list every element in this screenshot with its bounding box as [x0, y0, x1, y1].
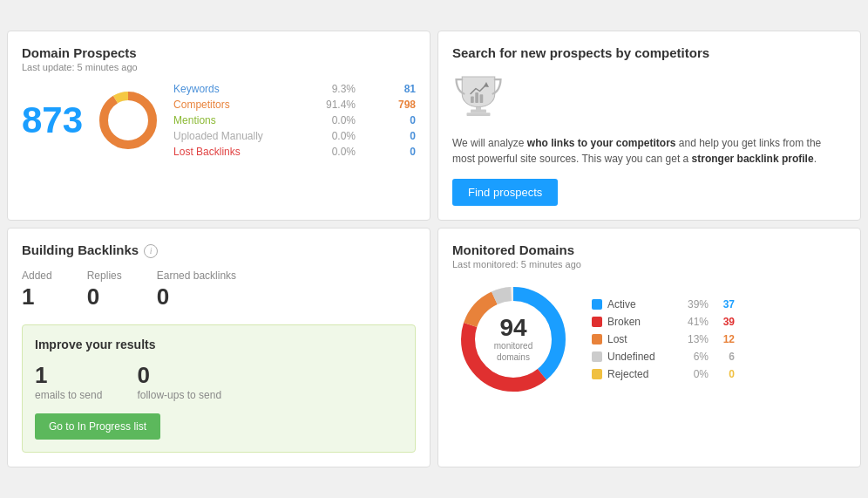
- improve-emails-value: 1: [35, 362, 102, 389]
- legend-count-undefined: 6: [714, 351, 735, 363]
- legend-pct-lost: 13%: [674, 333, 709, 345]
- stat-replies: Replies 0: [87, 269, 122, 310]
- search-prospects-desc: We will analyze who links to your compet…: [452, 135, 846, 167]
- monitored-donut: 94 monitoreddomains: [452, 278, 574, 400]
- search-prospects-card: Search for new prospects by competitors …: [437, 31, 861, 221]
- domain-prospects-subtitle: Last update: 5 minutes ago: [22, 62, 416, 72]
- legend-row-broken: Broken 41% 39: [592, 313, 735, 331]
- legend-label-broken: Broken: [607, 316, 668, 328]
- legend-pct-undefined: 6%: [674, 351, 709, 363]
- legend-row-lost: Lost 13% 12: [592, 331, 735, 348]
- stat-earned: Earned backlinks 0: [157, 269, 236, 310]
- legend-dot-broken: [592, 317, 602, 327]
- prospects-table: Keywords 9.3% 81 Competitors 91.4% 798 M…: [173, 81, 416, 160]
- legend-label-undefined: Undefined: [607, 351, 668, 363]
- domain-prospects-donut: [97, 89, 159, 152]
- table-row: Lost Backlinks 0.0% 0: [173, 144, 416, 160]
- legend-label-active: Active: [607, 298, 668, 310]
- monitored-center-number: 94: [494, 316, 532, 340]
- table-row: Competitors 91.4% 798: [173, 97, 416, 113]
- row-pct-uploaded: 0.0%: [312, 130, 356, 142]
- improve-followups: 0 follow-ups to send: [137, 362, 221, 401]
- svg-rect-4: [467, 113, 491, 116]
- legend-pct-rejected: 0%: [674, 368, 709, 380]
- domain-prospects-card: Domain Prospects Last update: 5 minutes …: [7, 31, 431, 221]
- row-pct-keywords: 9.3%: [312, 83, 356, 95]
- domain-prospects-title: Domain Prospects: [22, 45, 416, 60]
- row-count-mentions: 0: [390, 114, 416, 126]
- svg-rect-7: [475, 92, 478, 103]
- monitored-legend: Active 39% 37 Broken 41% 39 Lost 13% 12: [592, 296, 735, 383]
- legend-count-active: 37: [714, 298, 735, 310]
- building-stats-row: Added 1 Replies 0 Earned backlinks 0: [22, 269, 416, 310]
- find-prospects-button[interactable]: Find prospects: [452, 179, 558, 206]
- monitored-domains-subtitle: Last monitored: 5 minutes ago: [452, 259, 846, 269]
- stat-added-label: Added: [22, 269, 52, 282]
- in-progress-button[interactable]: Go to In Progress list: [35, 413, 160, 440]
- row-pct-competitors: 91.4%: [312, 99, 356, 111]
- legend-dot-undefined: [592, 351, 602, 362]
- improve-title: Improve your results: [35, 338, 403, 351]
- row-count-competitors: 798: [390, 99, 416, 111]
- row-label-mentions: Mentions: [173, 114, 278, 126]
- stat-replies-value: 0: [87, 283, 122, 310]
- building-backlinks-card: Building Backlinks i Added 1 Replies 0 E…: [7, 228, 431, 467]
- row-label-uploaded: Uploaded Manually: [173, 130, 278, 142]
- trophy-icon: [452, 69, 505, 121]
- table-row: Uploaded Manually 0.0% 0: [173, 128, 416, 144]
- legend-count-broken: 39: [714, 316, 735, 328]
- legend-label-rejected: Rejected: [607, 368, 668, 380]
- legend-count-lost: 12: [714, 333, 735, 345]
- donut-svg: [97, 89, 159, 152]
- row-label-lost: Lost Backlinks: [173, 146, 278, 158]
- legend-row-rejected: Rejected 0% 0: [592, 365, 735, 383]
- row-count-lost: 0: [390, 146, 416, 158]
- monitored-domains-card: Monitored Domains Last monitored: 5 minu…: [437, 228, 861, 467]
- legend-dot-rejected: [592, 369, 602, 379]
- legend-pct-active: 39%: [674, 298, 709, 310]
- legend-dot-lost: [592, 334, 602, 345]
- improve-box: Improve your results 1 emails to send 0 …: [22, 324, 416, 453]
- building-backlinks-header: Building Backlinks i: [22, 242, 416, 259]
- legend-row-active: Active 39% 37: [592, 296, 735, 313]
- row-count-keywords: 81: [390, 83, 416, 95]
- monitored-domains-title: Monitored Domains: [452, 242, 846, 257]
- svg-rect-6: [471, 97, 474, 104]
- svg-rect-8: [480, 94, 484, 103]
- stat-replies-label: Replies: [87, 269, 122, 282]
- table-row: Keywords 9.3% 81: [173, 81, 416, 97]
- svg-point-1: [104, 96, 153, 145]
- table-row: Mentions 0.0% 0: [173, 113, 416, 128]
- improve-stats: 1 emails to send 0 follow-ups to send: [35, 362, 403, 401]
- legend-count-rejected: 0: [714, 368, 735, 380]
- improve-followups-value: 0: [137, 362, 221, 389]
- row-label-keywords: Keywords: [173, 83, 278, 95]
- stat-added: Added 1: [22, 269, 52, 310]
- dashboard: Domain Prospects Last update: 5 minutes …: [7, 31, 861, 467]
- monitored-content: 94 monitoreddomains Active 39% 37 Broken…: [452, 278, 846, 400]
- stat-earned-label: Earned backlinks: [157, 269, 236, 282]
- row-label-competitors: Competitors: [173, 99, 278, 111]
- improve-emails: 1 emails to send: [35, 362, 102, 401]
- building-backlinks-title: Building Backlinks: [22, 242, 139, 257]
- domain-prospects-count: 873: [22, 99, 83, 141]
- row-pct-lost: 0.0%: [312, 146, 356, 158]
- legend-dot-active: [592, 299, 602, 310]
- improve-emails-label: emails to send: [35, 389, 102, 401]
- legend-row-undefined: Undefined 6% 6: [592, 348, 735, 365]
- info-icon[interactable]: i: [144, 244, 158, 258]
- legend-label-lost: Lost: [607, 333, 668, 345]
- stat-earned-value: 0: [157, 283, 236, 310]
- stat-added-value: 1: [22, 283, 52, 310]
- search-prospects-title: Search for new prospects by competitors: [452, 45, 846, 60]
- row-count-uploaded: 0: [390, 130, 416, 142]
- legend-pct-broken: 41%: [674, 316, 709, 328]
- domain-prospects-content: 873 Keywords 9.3% 81 Competi: [22, 81, 416, 160]
- row-pct-mentions: 0.0%: [312, 114, 356, 126]
- monitored-center-label: monitoreddomains: [494, 340, 532, 363]
- improve-followups-label: follow-ups to send: [137, 389, 221, 401]
- monitored-center: 94 monitoreddomains: [494, 316, 532, 363]
